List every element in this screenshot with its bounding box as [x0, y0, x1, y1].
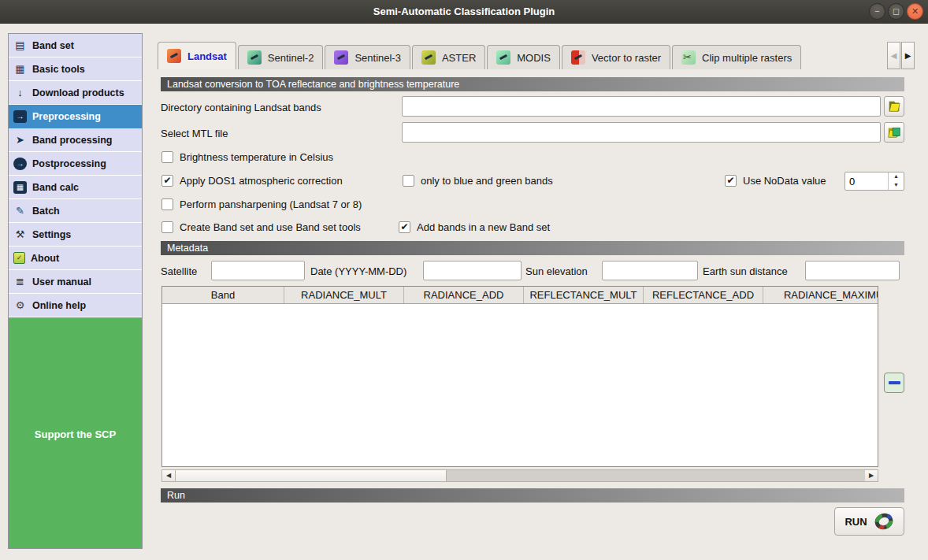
minimize-button[interactable]: − [869, 3, 885, 20]
tab-sentinel-3[interactable]: Sentinel-3 [325, 45, 410, 69]
create-bandset-row[interactable]: Create Band set and use Band set tools [161, 221, 361, 233]
sidebar-item-preprocessing[interactable]: → Preprocessing [9, 105, 142, 128]
tab-label: MODIS [517, 52, 551, 64]
settings-icon: ⚒ [13, 228, 27, 241]
tab-scroll-left-button[interactable]: ◀ [887, 42, 900, 69]
sidebar-item-postprocessing[interactable]: → Postprocessing [9, 152, 142, 176]
tab-sentinel-2[interactable]: Sentinel-2 [238, 45, 324, 69]
dos1-row[interactable]: ✔ Apply DOS1 atmospheric correction [161, 175, 343, 187]
sidebar-item-online-help[interactable]: ⚙ Online help [9, 294, 142, 317]
sidebar-item-user-manual[interactable]: ≣ User manual [9, 270, 142, 294]
create-bandset-checkbox[interactable] [161, 221, 173, 233]
remove-band-button[interactable] [884, 373, 904, 393]
sentinel-3-satellite-icon [334, 50, 348, 65]
brightness-celsius-label: Brightness temperature in Celsius [180, 151, 333, 163]
support-scp-button[interactable]: Support the SCP [9, 317, 142, 548]
sidebar-item-basic-tools[interactable]: ▦ Basic tools [9, 57, 142, 81]
sidebar-item-label: Band processing [32, 135, 112, 146]
tab-vector-to-raster[interactable]: Vector to raster [562, 45, 670, 69]
brightness-celsius-row[interactable]: Brightness temperature in Celsius [161, 151, 333, 163]
column-header-reflectance-add[interactable]: REFLECTANCE_ADD [644, 287, 763, 303]
sidebar-item-label: Band set [32, 40, 74, 51]
column-header-radiance-mult[interactable]: RADIANCE_MULT [284, 287, 404, 303]
column-header-band[interactable]: Band [162, 287, 284, 303]
run-section-header: Run [161, 488, 904, 503]
support-scp-label: Support the SCP [35, 428, 116, 440]
satellite-input[interactable] [211, 261, 305, 280]
brightness-celsius-checkbox[interactable] [161, 151, 173, 163]
sidebar-item-settings[interactable]: ⚒ Settings [9, 223, 142, 247]
tab-landsat[interactable]: Landsat [158, 42, 236, 69]
spin-up-icon: ▲ [893, 173, 899, 179]
tab-modis[interactable]: MODIS [487, 45, 560, 69]
nodata-row[interactable]: ✔ Use NoData value [725, 175, 826, 187]
sidebar-item-band-set[interactable]: ▤ Band set [9, 34, 142, 57]
add-bands-checkbox[interactable]: ✔ [399, 221, 410, 233]
pansharpening-checkbox[interactable] [161, 198, 173, 210]
blue-green-label: only to blue and green bands [421, 175, 553, 187]
window-controls: − ◻ ✕ [869, 3, 923, 20]
landsat-satellite-icon [167, 49, 181, 63]
clip-scissors-icon [681, 50, 696, 65]
mtl-label: Select MTL file [161, 128, 228, 139]
postprocessing-icon: → [13, 158, 27, 170]
spin-up-button[interactable]: ▲ [889, 172, 904, 181]
add-bands-label: Add bands in a new Band set [417, 221, 550, 233]
pansharpening-row[interactable]: Perform pansharpening (Landsat 7 or 8) [161, 198, 362, 210]
column-header-radiance-add[interactable]: RADIANCE_ADD [404, 287, 524, 303]
nodata-checkbox[interactable]: ✔ [725, 175, 737, 187]
column-header-radiance-maximum[interactable]: RADIANCE_MAXIMUM [763, 287, 878, 303]
sidebar-item-label: Download products [32, 87, 124, 98]
earth-sun-distance-input[interactable] [805, 261, 900, 280]
scrollbar-thumb[interactable] [175, 470, 447, 481]
spin-down-button[interactable]: ▼ [889, 181, 904, 190]
date-input[interactable] [423, 261, 522, 280]
earth-sun-distance-label: Earth sun distance [703, 265, 788, 277]
preprocessing-icon: → [13, 110, 27, 123]
download-products-icon: ↓ [13, 87, 27, 99]
nodata-spin-buttons: ▲ ▼ [888, 172, 904, 190]
band-processing-icon: ➤ [13, 134, 27, 146]
tab-label: Vector to raster [592, 52, 661, 64]
basic-tools-icon: ▦ [13, 63, 27, 76]
scroll-right-icon: ▶ [905, 51, 911, 60]
sidebar-item-label: User manual [32, 276, 91, 287]
blue-green-row[interactable]: only to blue and green bands [403, 175, 553, 187]
table-horizontal-scrollbar: ◀ ▶ [161, 469, 878, 482]
directory-input[interactable] [402, 96, 881, 117]
sidebar-item-label: Settings [32, 229, 71, 240]
metadata-table: Band RADIANCE_MULT RADIANCE_ADD REFLECTA… [161, 286, 878, 467]
scrollbar-left-button[interactable]: ◀ [162, 470, 175, 481]
sidebar-item-about[interactable]: ✓ About [9, 247, 142, 270]
band-set-icon: ▤ [13, 39, 27, 52]
batch-icon: ✎ [13, 205, 27, 217]
minus-icon [889, 381, 900, 384]
browse-directory-button[interactable] [884, 96, 904, 117]
sentinel-2-satellite-icon [247, 50, 262, 65]
tab-aster[interactable]: ASTER [412, 45, 485, 69]
add-bands-row[interactable]: ✔ Add bands in a new Band set [399, 221, 550, 233]
browse-mtl-button[interactable] [884, 122, 904, 143]
sun-elevation-input[interactable] [602, 261, 698, 280]
sidebar-item-download-products[interactable]: ↓ Download products [9, 81, 142, 105]
satellite-label: Satellite [161, 265, 197, 277]
scroll-left-icon: ◀ [891, 51, 897, 60]
close-button[interactable]: ✕ [907, 3, 923, 20]
tab-scroll-right-button[interactable]: ▶ [901, 42, 915, 69]
blue-green-checkbox[interactable] [403, 175, 414, 187]
tab-bar: Landsat Sentinel-2 Sentinel-3 ASTER MODI… [158, 42, 803, 69]
toa-section-header: Landsat conversion to TOA reflectance an… [161, 77, 904, 91]
mtl-file-input[interactable] [402, 122, 881, 143]
sidebar-item-band-processing[interactable]: ➤ Band processing [9, 128, 142, 152]
nodata-value-input[interactable] [845, 172, 888, 190]
maximize-button[interactable]: ◻ [888, 3, 904, 20]
scrollbar-right-button[interactable]: ▶ [865, 470, 878, 481]
titlebar[interactable]: Semi-Automatic Classification Plugin − ◻… [0, 0, 928, 24]
tab-clip-multiple-rasters[interactable]: Clip multiple rasters [672, 45, 801, 69]
dos1-checkbox[interactable]: ✔ [161, 175, 173, 187]
scroll-right-icon: ▶ [869, 472, 874, 479]
sidebar-item-batch[interactable]: ✎ Batch [9, 199, 142, 223]
run-button[interactable]: RUN [834, 507, 904, 536]
column-header-reflectance-mult[interactable]: REFLECTANCE_MULT [524, 287, 644, 303]
sidebar-item-band-calc[interactable]: ▦ Band calc [9, 176, 142, 199]
